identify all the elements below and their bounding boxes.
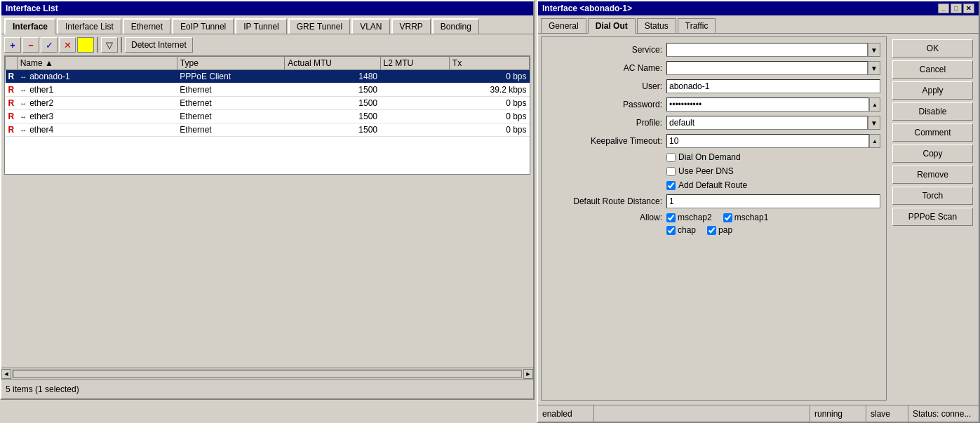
dial-on-demand-checkbox[interactable]	[666, 153, 676, 162]
mschap2-checkbox[interactable]	[666, 213, 676, 222]
torch-button[interactable]: Torch	[892, 187, 973, 205]
row-type: Ethernet	[177, 97, 284, 110]
remove-button[interactable]: Remove	[892, 166, 973, 184]
add-default-route-checkbox[interactable]	[666, 181, 676, 190]
tab-general[interactable]: General	[541, 18, 586, 33]
row-indicator: R	[6, 83, 18, 97]
tab-ethernet[interactable]: Ethernet	[123, 18, 170, 34]
keepalive-up-btn[interactable]: ▲	[869, 134, 880, 148]
user-input[interactable]	[666, 79, 880, 93]
filter-button[interactable]: ▽	[101, 37, 118, 53]
tab-vlan[interactable]: VLAN	[351, 18, 389, 34]
maximize-button[interactable]: □	[951, 4, 962, 13]
service-label: Service:	[547, 45, 666, 55]
chap-checkbox[interactable]	[666, 226, 676, 235]
profile-row: Profile: ▼	[547, 116, 880, 130]
scroll-right-btn[interactable]: ►	[523, 369, 533, 379]
row-name: ↔ether4	[17, 123, 177, 137]
pap-checkbox[interactable]	[707, 226, 716, 235]
password-up-btn[interactable]: ▲	[869, 98, 880, 112]
detect-internet-button[interactable]: Detect Internet	[125, 37, 193, 53]
scroll-left-btn[interactable]: ◄	[1, 369, 11, 379]
service-input-container: ▼	[666, 43, 880, 57]
row-name: ↔ether2	[17, 97, 177, 110]
row-name: ↔ether3	[17, 110, 177, 123]
tab-eoip-tunnel[interactable]: EoIP Tunnel	[172, 18, 234, 34]
table-row[interactable]: R ↔abonado-1 PPPoE Client 1480 0 bps	[6, 70, 530, 83]
status-enabled: enabled	[538, 405, 594, 422]
toolbar: + − ✓ ✕ ▽ Detect Internet	[1, 34, 533, 55]
ac-name-input-container: ▼	[666, 61, 880, 75]
mschap1-checkbox[interactable]	[723, 213, 732, 222]
service-dropdown-btn[interactable]: ▼	[868, 43, 880, 57]
password-label: Password:	[547, 100, 666, 109]
mschap1-label: mschap1	[734, 213, 769, 222]
service-input[interactable]	[666, 43, 868, 57]
status-slave: slave	[866, 405, 908, 422]
disable-button[interactable]: Disable	[892, 102, 973, 121]
cancel-button[interactable]: Cancel	[892, 60, 973, 79]
tab-status[interactable]: Status	[637, 18, 676, 33]
iface-icon: ↔	[20, 100, 27, 107]
use-peer-dns-checkbox[interactable]	[666, 167, 676, 176]
apply-button[interactable]: Apply	[892, 81, 973, 100]
row-tx: 0 bps	[449, 97, 529, 110]
tab-ip-tunnel[interactable]: IP Tunnel	[235, 18, 286, 34]
remove-button[interactable]: −	[22, 37, 39, 53]
row-actual-mtu: 1480	[285, 70, 380, 83]
horizontal-scrollbar[interactable]: ◄ ►	[1, 368, 533, 379]
toolbar-separator2	[121, 37, 122, 53]
allow-pap: pap	[707, 225, 732, 235]
row-type: Ethernet	[177, 123, 284, 137]
pppoe-scan-button[interactable]: PPPoE Scan	[892, 208, 973, 226]
cross-button[interactable]: ✕	[59, 37, 76, 53]
password-input[interactable]	[666, 98, 869, 112]
default-route-distance-input[interactable]	[666, 194, 880, 208]
table-row[interactable]: R ↔ether4 Ethernet 1500 0 bps	[6, 123, 530, 137]
default-route-distance-row: Default Route Distance:	[547, 194, 880, 208]
tab-gre-tunnel[interactable]: GRE Tunnel	[288, 18, 350, 34]
tab-traffic[interactable]: Traffic	[678, 18, 716, 33]
profile-dropdown-btn[interactable]: ▼	[868, 116, 880, 130]
keepalive-input[interactable]	[666, 134, 869, 148]
tab-dial-out[interactable]: Dial Out	[588, 18, 636, 34]
col-l2-mtu[interactable]: L2 MTU	[380, 57, 449, 70]
table-row[interactable]: R ↔ether3 Ethernet 1500 0 bps	[6, 110, 530, 123]
row-indicator: R	[6, 123, 18, 137]
ac-name-input[interactable]	[666, 61, 868, 75]
allow-items: mschap2 mschap1	[666, 213, 768, 222]
row-tx: 0 bps	[449, 123, 529, 137]
add-default-route-row: Add Default Route	[547, 180, 880, 190]
table-row[interactable]: R ↔ether2 Ethernet 1500 0 bps	[6, 97, 530, 110]
tab-interface[interactable]: Interface	[4, 18, 55, 34]
minimize-button[interactable]: _	[938, 4, 949, 13]
tab-bonding[interactable]: Bonding	[432, 18, 479, 34]
ac-name-dropdown-btn[interactable]: ▼	[868, 61, 880, 75]
profile-input[interactable]	[666, 116, 868, 130]
keepalive-row: Keepalive Timeout: ▲	[547, 134, 880, 148]
check-button[interactable]: ✓	[41, 37, 58, 53]
tab-interface-list[interactable]: Interface List	[57, 18, 121, 34]
col-actual-mtu[interactable]: Actual MTU	[285, 57, 380, 70]
row-actual-mtu: 1500	[285, 97, 380, 110]
comment-button[interactable]: Comment	[892, 123, 973, 142]
close-button[interactable]: ✕	[963, 4, 974, 13]
dial-on-demand-row: Dial On Demand	[547, 152, 880, 162]
table-row[interactable]: R ↔ether1 Ethernet 1500 39.2 kbps	[6, 83, 530, 97]
add-button[interactable]: +	[4, 37, 21, 53]
tab-vrrp[interactable]: VRRP	[391, 18, 431, 34]
allow-row: Allow: mschap2 mschap1	[547, 213, 880, 222]
col-tx[interactable]: Tx	[449, 57, 529, 70]
col-type[interactable]: Type	[177, 57, 284, 70]
row-l2-mtu	[380, 123, 449, 137]
ok-button[interactable]: OK	[892, 39, 973, 58]
iface-icon: ↔	[20, 73, 27, 81]
col-name[interactable]: Name ▲	[17, 57, 177, 70]
scroll-track	[13, 370, 522, 378]
yellow-button[interactable]	[77, 37, 94, 53]
interface-list-window: Interface List Interface Interface List …	[0, 0, 535, 400]
mschap2-label: mschap2	[678, 213, 712, 222]
pap-label: pap	[718, 225, 732, 235]
copy-button[interactable]: Copy	[892, 145, 973, 163]
row-indicator: R	[6, 110, 18, 123]
